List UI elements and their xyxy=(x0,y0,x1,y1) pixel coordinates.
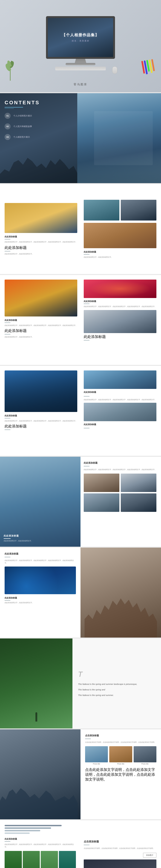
img-city-1 xyxy=(5,203,77,233)
text-title-5l2: 此处添加标题 xyxy=(5,424,77,429)
slide-6: 此处添加标题 此处添加说明文字，此处添加说明文字。 此处添加标题 此处添加说明文… xyxy=(0,457,161,547)
img-modern2 xyxy=(121,473,156,492)
text-body-9r2: 点击此处添加文字说明，点击此处添加文字说明，点击此处添加文字说明，点击此处添加文… xyxy=(85,768,156,782)
text-title-3r: 此处添加标题 xyxy=(84,250,156,253)
contents-text-1: 个人介绍和照片展示 xyxy=(13,115,32,117)
text-body-6r: 此处添加说明文字，此处添加说明文字，此处添加说明文字，此处添加说明文字，此处添加… xyxy=(84,468,156,471)
deco-bar-4r xyxy=(84,304,89,304)
deco-bars-group xyxy=(5,825,76,834)
text-body-7l: 此处添加说明文字，此处添加说明文字，此处添加说明文字，此处添加说明文字，此处添加… xyxy=(5,559,76,564)
three-photos-9: Photo title Photo title Photo title xyxy=(85,746,156,765)
deco-10r xyxy=(84,845,89,845)
monitor-title: 【个人相册作品集】 xyxy=(62,33,99,38)
deco-bar-5l2 xyxy=(5,430,10,430)
photo-label-1: Photo title xyxy=(93,763,100,765)
slide-4: 此处添加标题 此处添加说明文字，此处添加说明文字，此处添加说明文字，此处添加说明… xyxy=(0,275,161,365)
slide-6-left: 此处添加标题 此处添加说明文字，此处添加说明文字。 xyxy=(0,457,81,547)
slide-9-right: 点击添加标题 点击此处添加文字说明，点击此处添加文字说明，点击此处添加文字说明，… xyxy=(81,730,161,819)
text-title-5l: 此处添加标题 xyxy=(5,414,77,417)
deco-bar-5l xyxy=(5,418,10,418)
photo-item-1: Photo title xyxy=(85,746,108,765)
btn-add-10[interactable]: 添加图片 xyxy=(84,853,156,858)
img-ancient xyxy=(84,473,119,492)
photo-label-2: Photo title xyxy=(117,763,124,765)
slide-3-left: 此处添加标题 此处添加说明文字，此处添加说明文字，此处添加说明文字，此处添加说明… xyxy=(0,184,81,274)
img-foggy xyxy=(84,403,156,421)
text-title-7l: 此处添加标题 xyxy=(5,552,76,555)
img-sunset xyxy=(5,280,77,316)
deco-10l xyxy=(5,841,10,842)
text-title-10l: 此处添加标题 xyxy=(5,838,76,841)
photo-label-3: Photo title xyxy=(142,763,149,765)
photo-item-2: Photo title xyxy=(109,746,132,765)
text-title-9r: 点击添加标题 xyxy=(85,734,156,737)
contents-text-2: 个人照片和精彩故事 xyxy=(13,125,32,128)
text-body-5r: 此处添加说明文字，此处添加说明文字，此处添加说明文字，此处添加说明文字，此处添加… xyxy=(84,398,156,401)
text-title-4r2: 此处添加标题 xyxy=(84,335,156,339)
img-venice xyxy=(84,370,156,389)
v-strip-2 xyxy=(23,851,40,868)
img-city-3 xyxy=(121,200,156,220)
deco-bar-5r2 xyxy=(84,428,89,428)
quote-text-3: This fadeout is the spring and summer. xyxy=(78,693,156,697)
monitor: 【个人相册作品集】 姓名：美美素材 xyxy=(39,16,122,76)
v-strip-1 xyxy=(5,851,22,868)
text-body-3l2: 此处添加说明文字，此处添加说明文字。 xyxy=(5,253,77,255)
text-title-4r: 此处添加标题 xyxy=(84,300,156,303)
add-button[interactable]: 添加图片 xyxy=(143,853,156,858)
slide-contents: CONTENTS 01 个人介绍和照片展示 02 个人照片和精彩故事 03 个人… xyxy=(0,93,161,183)
vertical-strips-10 xyxy=(5,851,76,868)
slide-4-right: 此处添加标题 此处添加说明文字，此处添加说明文字，此处添加说明文字，此处添加说明… xyxy=(81,275,161,365)
deco-bar-4l xyxy=(5,322,10,323)
img-night-10 xyxy=(84,860,156,868)
photo-item-3: Photo title xyxy=(134,746,156,765)
deco-9r xyxy=(85,739,91,739)
img-sky xyxy=(84,493,119,512)
overlay-body: 此处添加说明文字，此处添加说明文字。 xyxy=(4,540,33,542)
decoration-pencils xyxy=(141,59,155,75)
contents-num-2: 02 xyxy=(5,123,10,129)
text-body-4r: 此处添加说明文字，此处添加说明文字，此处添加说明文字，此处添加说明文字，此处添加… xyxy=(84,305,156,308)
slide-cover: 【个人相册作品集】 姓名：美美素材 零乌图库 xyxy=(0,0,161,92)
img-night-lights xyxy=(84,280,156,298)
contents-list: 01 个人介绍和照片展示 02 个人照片和精彩故事 03 个人精彩照片展示 xyxy=(5,113,75,145)
contents-text-3: 个人精彩照片展示 xyxy=(13,136,30,138)
text-title-5r2: 此处添加标题 xyxy=(84,423,156,426)
photo-market-small xyxy=(109,746,132,762)
slide-7: 此处添加标题 此处添加说明文字，此处添加说明文字，此处添加说明文字，此处添加说明… xyxy=(0,548,161,638)
text-body-7l2: 此处添加说明文字，此处添加说明文字。 xyxy=(5,601,76,604)
text-title-5r: 此处添加标题 xyxy=(84,391,156,394)
deco-bar-5r xyxy=(84,396,89,397)
img-city-2 xyxy=(84,200,119,220)
slide-3-right: 此处添加标题 此处添加说明文字，此处添加说明文字。 xyxy=(81,184,161,274)
img-blue-city xyxy=(5,370,77,412)
text-title-4l: 此处添加标题 xyxy=(5,319,77,322)
img-city4 xyxy=(121,493,156,512)
contents-panel: CONTENTS 01 个人介绍和照片展示 02 个人照片和精彩故事 03 个人… xyxy=(0,93,77,183)
photo-city-small xyxy=(134,746,156,762)
contents-city-photo xyxy=(77,93,161,183)
img-market xyxy=(84,223,156,248)
text-title-3l: 此处添加标题 xyxy=(5,235,77,238)
overlay-title: 此处添加标题 xyxy=(4,534,33,537)
slide-8-text: T This fadeout is the spring and summer … xyxy=(73,639,161,728)
text-body-9r: 点击此处添加文字说明，点击此处添加文字说明，点击此处添加文字说明，点击此处添加文… xyxy=(85,741,156,743)
slide-7-left: 此处添加标题 此处添加说明文字，此处添加说明文字，此处添加说明文字，此处添加说明… xyxy=(0,548,81,638)
text-body-3r: 此处添加说明文字，此处添加说明文字。 xyxy=(84,256,156,258)
slide-6-overlay: 此处添加标题 此处添加说明文字，此处添加说明文字。 xyxy=(4,534,33,542)
img-grid-6 xyxy=(84,473,156,512)
deco-bar-4r2 xyxy=(84,340,89,340)
text-title-4l2: 此处添加标题 xyxy=(5,329,77,333)
slide-8: T This fadeout is the spring and summer … xyxy=(0,639,161,728)
text-body-10r: 点击此处添加文字说明，点击此处添加文字说明，点击此处添加文字说明，点击此处添加文… xyxy=(84,847,156,849)
deco-bar-4l2 xyxy=(5,334,10,335)
photo-venice-small xyxy=(85,746,108,762)
text-title-7l2: 此处添加标题 xyxy=(5,596,76,599)
v-strip-3 xyxy=(41,851,58,868)
deco-7l xyxy=(5,557,10,557)
slide-10-left: 此处添加标题 此处添加说明文字，此处添加说明文字，此处添加说明文字，此处添加说明… xyxy=(0,820,81,868)
deco-7l2 xyxy=(5,600,10,601)
img-modern-bldg xyxy=(84,310,156,333)
text-title-3l2: 此处添加标题 xyxy=(5,245,77,250)
slide-3: 此处添加标题 此处添加说明文字，此处添加说明文字，此处添加说明文字，此处添加说明… xyxy=(0,184,161,274)
